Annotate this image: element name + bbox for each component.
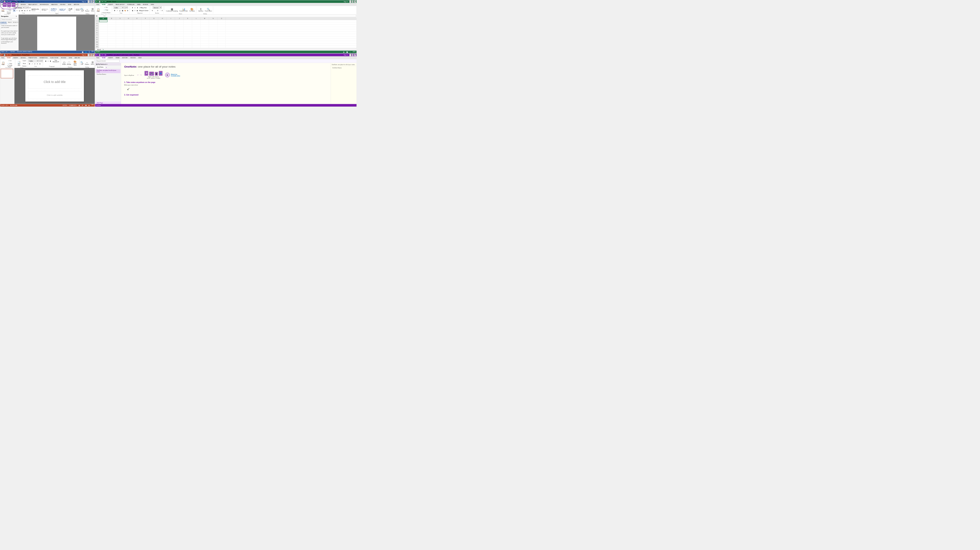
excel-cell-M7[interactable] <box>200 34 209 36</box>
excel-cell-C8[interactable] <box>116 37 124 38</box>
excel-fontcolor-btn[interactable]: A <box>127 9 129 12</box>
excel-col-j[interactable]: J <box>175 17 184 20</box>
excel-paste-btn[interactable]: 📋 Paste <box>96 7 100 14</box>
excel-cell-F9[interactable] <box>141 38 150 41</box>
excel-cell-K4[interactable] <box>184 27 192 29</box>
excel-cell-M4[interactable] <box>200 27 209 29</box>
excel-cell-C6[interactable] <box>116 32 124 33</box>
excel-cell-L5[interactable] <box>192 29 200 32</box>
excel-cell-I12[interactable] <box>167 46 175 48</box>
excel-bold-btn[interactable]: B <box>113 9 116 12</box>
ppt-subtitle-placeholder[interactable]: Click to add subtitle <box>28 91 81 99</box>
ppt-quickstyles-btn[interactable]: 🎨 Quick Styles <box>72 60 79 67</box>
excel-logo[interactable]: X <box>96 0 98 3</box>
excel-col-g[interactable]: G <box>150 17 158 20</box>
excel-cell-O7[interactable] <box>217 34 226 36</box>
excel-col-l[interactable]: L <box>192 17 200 20</box>
excel-cell-O4[interactable] <box>217 27 226 29</box>
excel-tab-review[interactable]: REVIEW <box>142 3 150 6</box>
excel-cell-G2[interactable] <box>150 22 158 24</box>
onenote-tab-draw[interactable]: DRAW <box>115 56 121 59</box>
ppt-signin[interactable]: Sign in <box>81 54 87 56</box>
excel-cell-H4[interactable] <box>158 27 167 29</box>
excel-cell-E11[interactable] <box>133 43 142 45</box>
excel-cell-L12[interactable] <box>192 46 200 48</box>
excel-cell-D7[interactable] <box>124 34 133 36</box>
excel-cell-G3[interactable] <box>150 25 158 27</box>
excel-tab-view[interactable]: VIEW <box>150 3 156 6</box>
ppt-tab-home[interactable]: HOME <box>5 56 12 59</box>
excel-tab-insert[interactable]: INSERT <box>107 3 115 6</box>
word-strikethrough-btn[interactable]: ab <box>21 9 23 12</box>
excel-cell-N4[interactable] <box>209 27 218 29</box>
excel-cell-C3[interactable] <box>116 25 124 27</box>
excel-cell-L4[interactable] <box>192 27 200 29</box>
onenote-close[interactable]: ✕ <box>354 54 356 56</box>
excel-cell-A11[interactable] <box>99 43 108 45</box>
onenote-settings-btn[interactable]: ⚙ <box>104 54 107 56</box>
word-find-btn[interactable]: 🔍 Find <box>80 6 84 13</box>
excel-cell-A9[interactable] <box>99 38 108 41</box>
excel-cell-J2[interactable] <box>175 22 184 24</box>
excel-cell-N12[interactable] <box>209 46 218 48</box>
excel-cell-E5[interactable] <box>133 29 142 32</box>
excel-cell-J3[interactable] <box>175 25 184 27</box>
excel-maximize[interactable]: □ <box>352 0 353 3</box>
excel-minimize[interactable]: — <box>349 0 351 3</box>
ppt-cut-btn[interactable]: ✂ Cut <box>5 60 14 62</box>
excel-cell-B7[interactable] <box>108 34 116 36</box>
excel-align-left[interactable]: ◀ <box>131 9 134 12</box>
excel-cell-M6[interactable] <box>200 32 209 33</box>
excel-tab-formulas[interactable]: FORMULAS <box>126 3 136 6</box>
excel-cell-F2[interactable] <box>141 22 150 24</box>
onenote-signin[interactable]: Sign in <box>343 54 349 56</box>
excel-redo-btn[interactable]: ↪ <box>104 0 107 3</box>
ppt-arrange-btn[interactable]: ⬚ Arrange <box>67 60 72 67</box>
word-fontsize-select[interactable]: 11 <box>25 6 29 9</box>
word-view-outline[interactable]: ☰ <box>88 51 91 53</box>
excel-cell-M10[interactable] <box>200 41 209 43</box>
excel-cell-D4[interactable] <box>124 27 133 29</box>
ppt-slide-thumb-1[interactable] <box>1 69 13 78</box>
excel-cell-A8[interactable] <box>99 37 108 38</box>
excel-cell-L11[interactable] <box>192 43 200 45</box>
excel-cell-I5[interactable] <box>167 29 175 32</box>
ppt-tab-addins[interactable]: ADD-INS <box>73 56 81 59</box>
excel-cell-L10[interactable] <box>192 41 200 43</box>
excel-cell-B6[interactable] <box>108 32 116 33</box>
excel-cell-L3[interactable] <box>192 25 200 27</box>
ppt-paste-btn[interactable]: 📋 Paste <box>1 60 5 67</box>
ppt-layout-btn[interactable]: Layout <box>22 60 27 62</box>
excel-cell-F11[interactable] <box>141 43 150 45</box>
word-replace-btn[interactable]: ↔ Replace <box>84 6 90 13</box>
excel-cell-E1[interactable] <box>133 20 142 22</box>
excel-align-mid[interactable]: ≡ <box>134 6 136 9</box>
excel-save-btn[interactable]: 💾 <box>99 0 101 3</box>
ppt-tab-design[interactable]: DESIGN <box>19 56 27 59</box>
excel-fillcolor-btn[interactable]: 🎨 <box>124 9 127 12</box>
ppt-title-placeholder[interactable]: Click to add title <box>28 75 81 88</box>
excel-cell-A10[interactable] <box>99 41 108 43</box>
excel-normal-view[interactable]: ▦ <box>342 51 345 53</box>
excel-cell-G4[interactable] <box>150 27 158 29</box>
excel-cell-J6[interactable] <box>175 32 184 33</box>
excel-cell-B9[interactable] <box>108 38 116 41</box>
excel-cell-M11[interactable] <box>200 43 209 45</box>
ppt-tab-insert[interactable]: INSERT <box>12 56 20 59</box>
excel-cell-I8[interactable] <box>167 37 175 38</box>
word-tab-addins[interactable]: ADD-INS <box>73 3 80 6</box>
ppt-copy-btn[interactable]: 📄 Copy <box>5 62 14 65</box>
onenote-right-page-1[interactable]: OneNote Basics <box>331 67 356 69</box>
ppt-tab-animations[interactable]: ANIMATIONS <box>38 56 49 59</box>
onenote-tab-history[interactable]: HISTORY <box>121 56 129 59</box>
excel-cell-N8[interactable] <box>209 37 218 38</box>
excel-col-i[interactable]: I <box>167 17 175 20</box>
word-bold-btn[interactable]: B <box>13 9 16 12</box>
excel-copy-btn[interactable]: 📄 Copy <box>101 9 111 11</box>
onenote-search-input[interactable] <box>96 60 120 62</box>
onenote-main-content[interactable]: OneNote: one place for all of your notes… <box>121 63 331 104</box>
word-tab-view[interactable]: VIEW <box>67 3 73 6</box>
excel-cell-K6[interactable] <box>184 32 192 33</box>
excel-cell-G8[interactable] <box>150 37 158 38</box>
excel-cell-A4[interactable] <box>99 27 108 29</box>
